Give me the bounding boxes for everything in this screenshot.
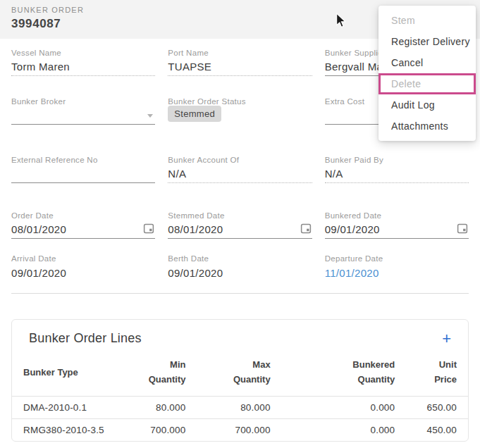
table-row[interactable]: RMG380-2010-3.5 700.000 700.000 0.000 45… (12, 418, 468, 441)
bunker-paid-by-value: N/A (325, 168, 343, 180)
departure-date-value-field: 11/01/2020 (325, 263, 469, 282)
bunker-broker-label: Bunker Broker (11, 97, 155, 106)
berth-date-label: Berth Date (168, 254, 312, 263)
departure-date-label: Departure Date (325, 254, 469, 263)
field-bunker-paid-by: Bunker Paid By N/A (325, 156, 469, 183)
field-external-reference-no: External Reference No (11, 156, 155, 183)
field-departure-date: Departure Date 11/01/2020 (325, 254, 469, 282)
cell-max-quantity: 80.000 (185, 396, 270, 418)
cell-unit-price: 650.00 (395, 396, 468, 418)
context-menu: Stem Register Delivery Cancel Delete Aud… (379, 6, 476, 141)
bunker-account-of-value: N/A (168, 168, 186, 180)
cell-bunker-type: DMA-2010-0.1 (12, 396, 134, 418)
field-bunker-account-of: Bunker Account Of N/A (168, 156, 312, 183)
cell-bunkered-quantity: 0.000 (271, 418, 395, 441)
cell-unit-price: 450.00 (395, 418, 468, 441)
external-reference-no-input[interactable] (11, 164, 155, 183)
add-order-line-button[interactable]: + (442, 332, 451, 346)
field-port-name: Port Name TUAPSE (168, 49, 312, 76)
column-header-unit-price: UnitPrice (395, 351, 468, 396)
stemmed-date-input[interactable]: 08/01/2020 (168, 220, 312, 239)
menu-item-stem[interactable]: Stem (379, 10, 476, 31)
bunker-paid-by-label: Bunker Paid By (325, 156, 469, 164)
order-date-label: Order Date (11, 211, 155, 220)
berth-date-value: 09/01/2020 (168, 267, 223, 279)
port-name-value: TUAPSE (168, 61, 211, 73)
column-header-bunker-type: Bunker Type (12, 351, 134, 396)
stemmed-date-label: Stemmed Date (168, 211, 312, 220)
cell-bunker-type: RMG380-2010-3.5 (12, 418, 134, 441)
vessel-name-input[interactable]: Torm Maren (11, 57, 155, 76)
bunkered-date-label: Bunkered Date (325, 211, 469, 220)
field-bunkered-date: Bunkered Date 09/01/2020 (325, 211, 469, 239)
field-bunker-order-status: Bunker Order Status Stemmed (168, 97, 312, 125)
berth-date-value-field: 09/01/2020 (168, 263, 312, 282)
table-header-row: Bunker Type MinQuantity MaxQuantity Bunk… (12, 351, 468, 396)
bunker-paid-by-input[interactable]: N/A (325, 164, 469, 183)
bunker-order-status-label: Bunker Order Status (168, 97, 312, 106)
order-date-value: 08/01/2020 (11, 223, 66, 235)
bunker-order-status-field: Stemmed (168, 106, 312, 125)
section-divider (11, 293, 469, 294)
table-row[interactable]: DMA-2010-0.1 80.000 80.000 0.000 650.00 (12, 396, 468, 418)
port-name-label: Port Name (168, 49, 312, 57)
bunker-supplier-value: Bergvall Ma (325, 61, 383, 73)
stemmed-date-value: 08/01/2020 (168, 223, 223, 235)
field-arrival-date: Arrival Date 09/01/2020 (11, 254, 155, 282)
field-berth-date: Berth Date 09/01/2020 (168, 254, 312, 282)
column-header-max-quantity: MaxQuantity (185, 351, 270, 396)
cell-max-quantity: 700.000 (185, 418, 270, 441)
field-vessel-name: Vessel Name Torm Maren (11, 49, 155, 76)
calendar-icon[interactable] (300, 222, 312, 235)
field-bunker-broker: Bunker Broker (11, 97, 155, 125)
bunker-order-lines-card: Bunker Order Lines + Bunker Type MinQuan… (11, 319, 469, 442)
bunker-order-lines-title: Bunker Order Lines (29, 331, 142, 346)
bunkered-date-value: 09/01/2020 (325, 223, 380, 235)
port-name-input[interactable]: TUAPSE (168, 57, 312, 76)
external-reference-no-label: External Reference No (11, 156, 155, 164)
menu-item-attachments[interactable]: Attachments (379, 116, 476, 137)
field-order-date: Order Date 08/01/2020 (11, 211, 155, 239)
vessel-name-label: Vessel Name (11, 49, 155, 57)
menu-item-delete[interactable]: Delete (379, 73, 476, 94)
field-stemmed-date: Stemmed Date 08/01/2020 (168, 211, 312, 239)
column-header-min-quantity: MinQuantity (134, 351, 186, 396)
menu-item-register-delivery[interactable]: Register Delivery (379, 31, 476, 52)
column-header-bunkered-quantity: BunkeredQuantity (271, 351, 395, 396)
bunker-account-of-input[interactable]: N/A (168, 164, 312, 183)
departure-date-link[interactable]: 11/01/2020 (325, 267, 379, 279)
arrival-date-label: Arrival Date (11, 254, 155, 263)
order-lines-table: Bunker Type MinQuantity MaxQuantity Bunk… (12, 351, 468, 441)
calendar-icon[interactable] (456, 222, 469, 235)
status-badge: Stemmed (168, 106, 221, 122)
arrival-date-value-field: 09/01/2020 (11, 263, 155, 282)
cell-min-quantity: 80.000 (134, 396, 186, 418)
menu-item-audit-log[interactable]: Audit Log (379, 94, 476, 116)
order-date-input[interactable]: 08/01/2020 (11, 220, 155, 239)
cell-min-quantity: 700.000 (134, 418, 186, 441)
cell-bunkered-quantity: 0.000 (271, 396, 395, 418)
bunker-account-of-label: Bunker Account Of (168, 156, 312, 164)
menu-item-cancel[interactable]: Cancel (379, 52, 476, 73)
arrival-date-value: 09/01/2020 (11, 267, 66, 279)
calendar-icon[interactable] (142, 222, 155, 235)
chevron-down-icon[interactable] (147, 114, 153, 118)
vessel-name-value: Torm Maren (11, 61, 70, 73)
bunker-broker-select[interactable] (11, 106, 155, 125)
bunkered-date-input[interactable]: 09/01/2020 (325, 220, 469, 239)
